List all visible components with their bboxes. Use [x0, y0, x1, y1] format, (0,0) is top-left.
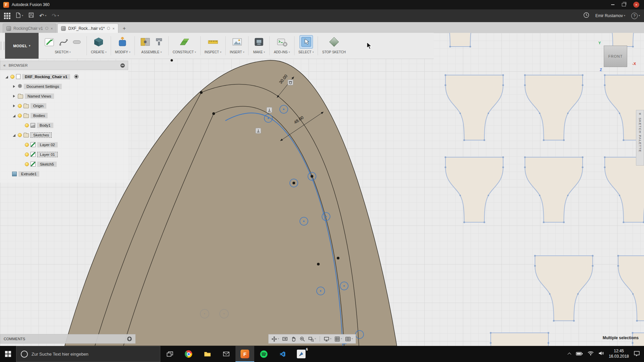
tab-rockingchair[interactable]: RockingChair v1 ×: [3, 23, 56, 33]
zoom-window-button[interactable]: ▾: [308, 336, 316, 342]
task-view-button[interactable]: [160, 346, 179, 362]
job-status-icon[interactable]: [583, 12, 589, 19]
new-tab-button[interactable]: +: [119, 25, 129, 33]
browser-row-label[interactable]: Extrude1: [18, 171, 39, 177]
browser-row-label[interactable]: Layer 02: [37, 142, 58, 147]
stop-sketch-icon[interactable]: [328, 36, 340, 48]
visibility-bulb-icon[interactable]: [25, 153, 29, 157]
browser-row-named-views[interactable]: Named Views: [0, 91, 128, 101]
rigid-group-icon[interactable]: [154, 37, 164, 47]
menu-assemble[interactable]: ASSEMBLE▾: [141, 50, 162, 54]
show-hidden-icons-chevron[interactable]: [568, 353, 571, 356]
visibility-bulb-icon[interactable]: [25, 123, 29, 127]
active-document-radio-icon[interactable]: [74, 74, 78, 79]
stop-sketch-button[interactable]: STOP SKETCH: [322, 50, 345, 54]
redo-button[interactable]: ↷ ▾: [52, 13, 59, 19]
spline-tool-icon[interactable]: [58, 36, 69, 48]
insert-image-icon[interactable]: [231, 36, 244, 48]
browser-row-label[interactable]: Sketches: [31, 132, 52, 138]
visibility-bulb-icon[interactable]: [25, 162, 29, 166]
file-menu-button[interactable]: ▾: [16, 12, 23, 19]
browser-row-label[interactable]: Named Views: [25, 94, 54, 99]
browser-row-label[interactable]: Bodies: [31, 113, 48, 118]
taskbar-clock[interactable]: 12:45 16.03.2018: [609, 349, 629, 359]
visibility-bulb-icon[interactable]: [10, 75, 14, 79]
minimize-button[interactable]: [611, 4, 614, 5]
save-button[interactable]: [29, 12, 34, 19]
menu-modify[interactable]: MODIFY▾: [115, 50, 130, 54]
expander-open-icon[interactable]: [5, 75, 9, 79]
wifi-icon[interactable]: [588, 351, 594, 357]
undo-button[interactable]: ↶ ▾: [39, 13, 46, 19]
expander-open-icon[interactable]: [12, 114, 16, 118]
browser-row-sketch5[interactable]: Sketch5: [0, 159, 128, 169]
visibility-bulb-icon[interactable]: [18, 104, 22, 108]
browser-row-bodies[interactable]: Bodies: [0, 111, 128, 120]
browser-row-label[interactable]: Origin: [31, 103, 46, 109]
visibility-bulb-icon[interactable]: [25, 143, 29, 147]
design-app-icon[interactable]: 6: [292, 346, 311, 362]
menu-make[interactable]: MAKE▾: [253, 50, 265, 54]
close-button[interactable]: ×: [633, 2, 639, 8]
grid-settings-button[interactable]: ▾: [334, 336, 342, 342]
construction-plane-icon[interactable]: [178, 36, 191, 48]
browser-row-origin[interactable]: Origin: [0, 101, 128, 111]
user-menu[interactable]: Emir Rustamov ▾: [595, 13, 625, 18]
menu-select[interactable]: SELECT▾: [299, 50, 314, 54]
collapse-panel-icon[interactable]: «: [3, 63, 6, 67]
mail-icon[interactable]: [217, 346, 235, 362]
menu-inspect[interactable]: INSPECT▾: [205, 50, 221, 54]
tab-close-icon[interactable]: ×: [51, 26, 53, 31]
scripts-addins-icon[interactable]: [275, 36, 288, 48]
look-at-button[interactable]: [282, 336, 288, 342]
dxf-parts-layout[interactable]: [430, 33, 644, 346]
create-sketch-icon[interactable]: [43, 36, 56, 48]
view-cube[interactable]: FRONT Y Z -X: [604, 46, 627, 67]
add-comment-icon[interactable]: [127, 337, 132, 341]
expander-closed-icon[interactable]: [12, 84, 16, 88]
select-tool-icon[interactable]: [300, 36, 313, 48]
browser-row-body1[interactable]: Body1: [0, 120, 128, 130]
pan-hand-button[interactable]: [291, 336, 297, 342]
tab-close-icon[interactable]: ×: [112, 26, 114, 31]
joint-icon[interactable]: [139, 36, 152, 48]
browser-row-label[interactable]: Sketch5: [37, 162, 57, 167]
menu-construct[interactable]: CONSTRUCT▾: [173, 50, 196, 54]
view-cube-face[interactable]: FRONT: [604, 46, 627, 67]
create-form-icon[interactable]: [92, 36, 105, 48]
visibility-bulb-icon[interactable]: [18, 133, 22, 137]
battery-icon[interactable]: [576, 351, 583, 357]
toolbar-grip[interactable]: [1, 42, 4, 50]
browser-row-extrude1[interactable]: Extrude1: [0, 169, 128, 179]
taskbar-search-input[interactable]: Zur Suche Text hier eingeben: [16, 346, 160, 362]
measure-icon[interactable]: [207, 36, 219, 48]
visibility-bulb-icon[interactable]: [18, 114, 22, 118]
menu-sketch[interactable]: SKETCH▾: [55, 50, 71, 54]
expand-panel-icon[interactable]: «: [639, 112, 641, 116]
chrome-icon[interactable]: [179, 346, 198, 362]
action-center-icon[interactable]: [634, 351, 640, 358]
browser-row-sketches[interactable]: Sketches: [0, 130, 128, 140]
press-pull-icon[interactable]: [116, 36, 129, 48]
browser-row-layer02[interactable]: Layer 02: [0, 140, 128, 149]
speaker-icon[interactable]: [598, 351, 604, 357]
help-menu[interactable]: ? ▾: [631, 13, 640, 19]
vscode-icon[interactable]: [273, 346, 292, 362]
workspace-switcher[interactable]: MODEL ▾: [5, 33, 39, 59]
tab-dxf-rocking-chair[interactable]: DXF_Rock...hair v1* ×: [57, 23, 118, 33]
sketch-palette-tab[interactable]: « SKETCH PALETTE: [636, 110, 644, 166]
minimize-panel-icon[interactable]: [120, 63, 125, 68]
browser-header[interactable]: « BROWSER: [0, 61, 128, 70]
spotify-icon[interactable]: [254, 346, 273, 362]
comments-bar[interactable]: COMMENTS: [0, 334, 136, 344]
start-button[interactable]: [0, 346, 16, 362]
browser-row-label[interactable]: Document Settings: [24, 84, 62, 89]
restore-button[interactable]: [622, 3, 626, 6]
menu-addins[interactable]: ADD-INS▾: [274, 50, 290, 54]
3d-print-icon[interactable]: [253, 36, 265, 48]
expander-closed-icon[interactable]: [12, 94, 16, 98]
browser-row-label[interactable]: Body1: [37, 123, 53, 128]
browser-row-label[interactable]: Layer 01: [37, 152, 58, 157]
menu-create[interactable]: CREATE▾: [91, 50, 107, 54]
browser-row-root[interactable]: DXF_Rocking_Chair v1: [0, 72, 128, 81]
